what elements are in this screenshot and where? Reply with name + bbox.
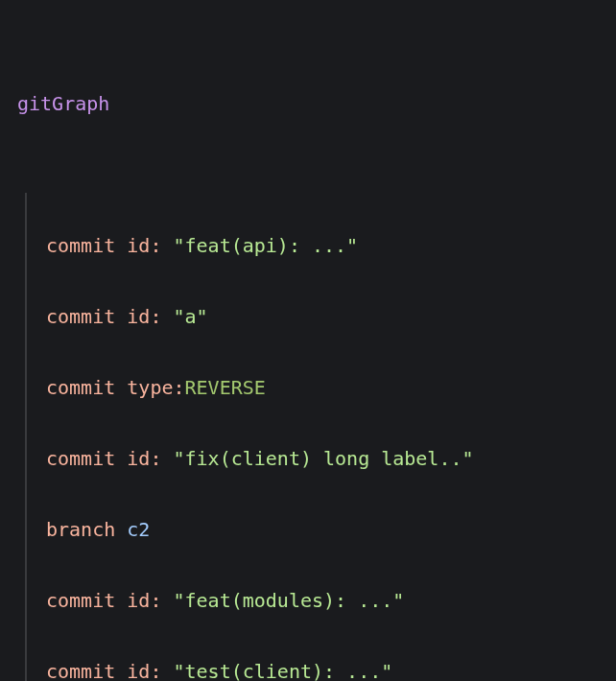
code-line: commit id: "a" [46, 299, 599, 335]
string-literal: "feat(api): ..." [173, 234, 358, 257]
string-literal: "a" [173, 305, 207, 328]
code-line: commit type:REVERSE [46, 370, 599, 406]
keyword-commit: commit [46, 305, 115, 328]
keyword-commit: commit [46, 376, 115, 399]
keyword-branch: branch [46, 518, 115, 541]
code-line: commit id: "feat(api): ..." [46, 228, 599, 264]
code-line-root: gitGraph [17, 86, 599, 122]
code-line: commit id: "fix(client) long label.." [46, 441, 599, 477]
keyword-commit: commit [46, 447, 115, 470]
param-id: id: [127, 589, 161, 612]
param-id: id: [127, 305, 161, 328]
const-reverse: REVERSE [185, 376, 266, 399]
root-keyword: gitGraph [17, 92, 109, 115]
param-id: id: [127, 447, 161, 470]
code-line: commit id: "test(client): ..." [46, 654, 599, 681]
indented-block: commit id: "feat(api): ..." commit id: "… [25, 193, 599, 681]
string-literal: "feat(modules): ..." [173, 589, 404, 612]
keyword-commit: commit [46, 660, 115, 681]
code-line: branch c2 [46, 512, 599, 548]
string-literal: "test(client): ..." [173, 660, 392, 681]
branch-name: c2 [127, 518, 150, 541]
param-type: type: [127, 376, 184, 399]
keyword-commit: commit [46, 589, 115, 612]
string-literal: "fix(client) long label.." [173, 447, 473, 470]
param-id: id: [127, 234, 161, 257]
keyword-commit: commit [46, 234, 115, 257]
code-block: gitGraph commit id: "feat(api): ..." com… [17, 15, 599, 681]
code-line: commit id: "feat(modules): ..." [46, 583, 599, 619]
param-id: id: [127, 660, 161, 681]
